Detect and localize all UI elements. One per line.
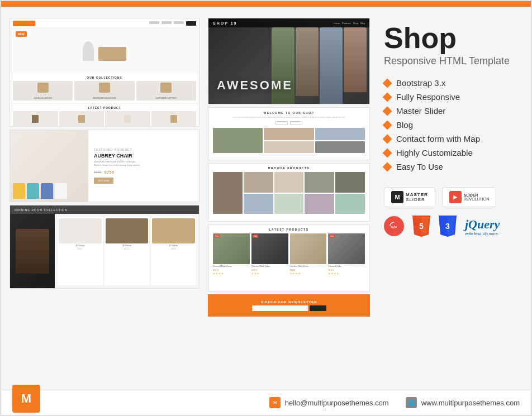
feature-label-4: Blog — [396, 120, 413, 130]
products-grid — [13, 111, 196, 127]
feature-label-1: Bootstrap 3.x — [396, 78, 445, 88]
browse-7 — [274, 194, 304, 214]
latest-3: Checked Black Dress $24.9 — [290, 233, 327, 275]
latest-price-2: $19.9 — [251, 269, 288, 271]
shop-nav-3: Shop — [353, 22, 358, 25]
footer-website: 🌐 www.multipurposethemes.com — [406, 397, 520, 408]
product-collage — [213, 128, 365, 153]
shop-awesome-text: AWESOME — [217, 78, 293, 93]
diamond-icon-3 — [383, 106, 392, 116]
shop-logo-text: SHOP 19 — [213, 21, 237, 25]
chair-teal — [27, 183, 39, 199]
shop-browse-panel: BROWSE PRODUCTS — [208, 163, 370, 222]
footer-logo-box: M — [12, 385, 40, 413]
chair-promo-right: FEATURED PRODUCT AUBREY CHAIR Beautifull… — [88, 130, 199, 202]
footer-bar: M ✉ hello@multipurposethemes.com 🌐 www.m… — [1, 390, 531, 415]
chair-promo-left — [10, 130, 88, 202]
latest-img-2: Sale — [251, 233, 288, 264]
nav-btn — [186, 21, 196, 26]
nav-link-2 — [162, 21, 172, 24]
feature-label-6: Highly Customizable — [396, 148, 473, 157]
collage-2 — [264, 128, 314, 140]
welcome-btn-1[interactable] — [276, 121, 288, 125]
footer-logo-area: M — [12, 393, 40, 413]
welcome-btns — [213, 121, 365, 125]
latest-img-1: New — [213, 233, 250, 264]
hero-badge: NEW — [16, 31, 27, 37]
product-3 — [105, 111, 150, 127]
star — [334, 272, 336, 275]
star — [218, 272, 221, 275]
newsletter-btn[interactable] — [310, 305, 326, 311]
furniture-lamp — [83, 41, 94, 61]
feature-contact: Contact form with Map — [384, 134, 520, 144]
price-old: $669 — [94, 170, 101, 174]
latest-products-section: LATEST PRODUCT — [10, 103, 199, 127]
ms-master: MASTER — [406, 192, 428, 197]
star — [221, 272, 224, 275]
dining-product-3: El Deluxe $28.0 — [151, 217, 196, 285]
ms-icon: M — [391, 191, 403, 203]
person-4 — [344, 27, 367, 92]
latest-stars-4 — [328, 272, 365, 275]
shop-nav-links: Home Products Shop Blog — [334, 22, 365, 25]
collage-4 — [264, 141, 314, 154]
star — [290, 272, 292, 275]
dp-label-3: El Deluxe — [169, 245, 178, 247]
svg-text:3: 3 — [445, 222, 450, 231]
star — [251, 272, 254, 275]
browse-5 — [335, 172, 365, 193]
master-slider-logo: M MASTER SLIDER — [391, 191, 428, 203]
sr-slider: SLIDER — [464, 193, 490, 197]
shop-nav-bar: SHOP 19 Home Products Shop Blog — [208, 18, 369, 27]
buy-btn[interactable]: BUY NOW — [94, 178, 113, 184]
shop-latest-panel: LATEST PRODUCTS New Checked Black Dress … — [208, 224, 370, 291]
site-nav — [10, 18, 199, 28]
collections-title: OUR COLLECTIONS — [13, 76, 196, 79]
shop-screenshots: SHOP 19 Home Products Shop Blog AWESOME — [208, 18, 370, 384]
collage-1 — [213, 128, 263, 153]
browse-3 — [274, 172, 304, 193]
left-screenshots: NEW OUR COLLECTIONS SOFA COLLECTION BEDR… — [10, 18, 200, 384]
dining-product-2: 3D Deluxe $31.5 — [104, 217, 150, 285]
shop-nav-4: Blog — [360, 22, 365, 25]
star — [336, 272, 339, 275]
product-2 — [59, 111, 104, 127]
dp-price-1: $29.5 — [78, 248, 83, 250]
logo-letter: M — [21, 391, 31, 406]
shop-nav-2: Products — [342, 22, 351, 25]
feature-slider: Master Slider — [384, 106, 520, 116]
dp-img-2 — [106, 218, 149, 243]
latest-stars-3 — [290, 272, 327, 275]
welcome-title: WELCOME TO OUR SHOP — [213, 111, 365, 114]
price-row: $669 $759 — [94, 170, 193, 175]
site-nav-logo — [13, 21, 35, 26]
person-2 — [296, 27, 319, 96]
star — [298, 272, 301, 275]
newsletter-input[interactable] — [252, 305, 308, 311]
latest-name-4: Checked Order — [328, 265, 365, 267]
feature-label-3: Master Slider — [396, 106, 445, 116]
jquery-text: jQuery — [465, 217, 500, 232]
feature-customizable: Highly Customizable — [384, 148, 520, 157]
screenshot-panel-bottom: DINNING ROOM COLLECTION 3D Deluxe $29.5 — [10, 205, 200, 289]
welcome-btn-2[interactable] — [290, 121, 302, 125]
screenshot-panel-mid: FEATURED PRODUCT AUBREY CHAIR Beautifull… — [10, 130, 200, 202]
collection-support: CUSTOMER SUPPORT — [136, 81, 196, 101]
latest-title: LATEST PRODUCTS — [213, 228, 365, 231]
collection-sofa: SOFA COLLECTION — [13, 81, 73, 101]
dp-price-2: $31.5 — [125, 248, 130, 250]
shop-nav-1: Home — [334, 22, 340, 25]
star — [328, 272, 330, 275]
browse-4 — [305, 172, 334, 193]
promo-desc: Beautifully crafted with premium materia… — [94, 160, 193, 166]
collection-bedroom: BEDROOM COLLECTION — [74, 81, 134, 101]
globe-icon: 🌐 — [406, 397, 417, 408]
star — [213, 272, 215, 275]
slider-revolution-badge: ▶ SLIDER REVOLUTION — [442, 187, 497, 207]
browse-6 — [244, 194, 273, 214]
diamond-icon-4 — [383, 120, 392, 130]
furniture-table — [98, 47, 126, 61]
latest-badge-1: New — [214, 235, 220, 238]
diamond-icon-7 — [383, 162, 392, 171]
